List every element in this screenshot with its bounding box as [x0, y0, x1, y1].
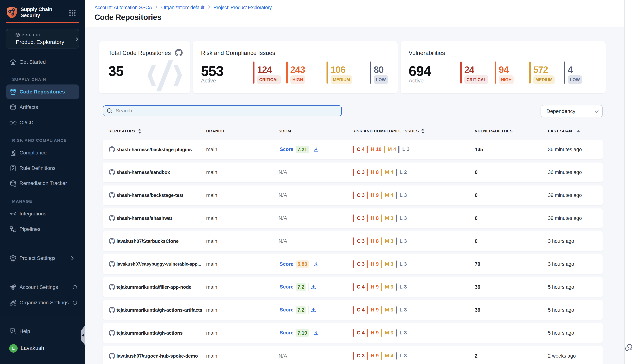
svg-text:?: ?	[12, 329, 13, 332]
